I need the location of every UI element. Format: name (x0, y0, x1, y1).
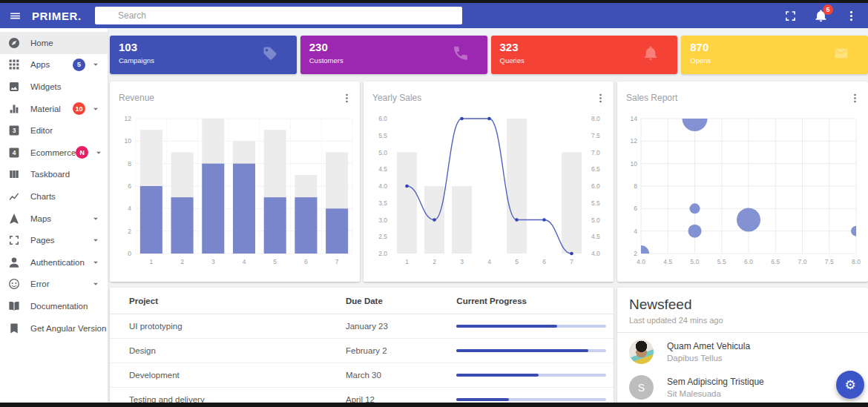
main-layout: HomeApps5WidgetsMaterial103Editor4Ecomme… (0, 28, 868, 407)
main-content: 103Campaigns230Customers323Queries870Ope… (108, 28, 868, 407)
more-options-icon[interactable] (845, 10, 858, 22)
apps-icon (8, 59, 20, 70)
settings-fab[interactable]: ⚙ (836, 371, 864, 399)
pages-icon (8, 234, 20, 246)
hamburger-menu-icon[interactable] (9, 10, 22, 22)
email-icon (834, 46, 849, 64)
newsfeed-item-name: Quam Amet Vehicula (667, 341, 750, 351)
person-icon (8, 257, 20, 268)
sidebar-item-error[interactable]: Error (0, 274, 108, 296)
due-date: February 2 (326, 339, 437, 363)
sidebar-badge: 5 (73, 59, 85, 71)
svg-text:3.5: 3.5 (378, 199, 387, 207)
svg-text:6: 6 (634, 205, 637, 212)
fullscreen-icon[interactable] (784, 10, 797, 22)
svg-text:10: 10 (631, 160, 638, 168)
svg-text:4.0: 4.0 (591, 250, 600, 257)
explore-icon (8, 37, 20, 49)
chevron-down-icon (93, 148, 104, 158)
svg-text:1: 1 (149, 258, 153, 265)
svg-text:5.0: 5.0 (378, 149, 387, 156)
svg-text:1: 1 (405, 258, 409, 265)
chart-plot-yearly-sales: 2.02.53.03.54.04.55.05.56.04.04.55.05.56… (369, 108, 609, 276)
svg-text:3: 3 (13, 127, 16, 134)
sidebar-item-label: Taskboard (30, 170, 70, 179)
search-box[interactable] (95, 7, 462, 24)
notifications-button[interactable]: 5 (815, 10, 827, 22)
stat-cards-row: 103Campaigns230Customers323Queries870Ope… (110, 36, 868, 74)
newsfeed-title: Newsfeed (629, 297, 856, 313)
stat-card-opens[interactable]: 870Opens (681, 36, 868, 74)
bottom-row: ProjectDue DateCurrent Progress UI proto… (110, 288, 868, 407)
svg-text:5.0: 5.0 (691, 258, 700, 265)
top-navbar: PRIMER. 5 (0, 3, 868, 28)
svg-text:4.0: 4.0 (637, 258, 645, 265)
project-name: UI prototyping (110, 314, 326, 339)
chevron-down-icon (91, 59, 101, 70)
avatar-initial: S (638, 382, 645, 394)
svg-text:2: 2 (634, 250, 637, 257)
svg-text:6: 6 (542, 258, 546, 265)
more-options-icon[interactable] (849, 93, 861, 104)
chart-card-yearly-sales: Yearly Sales2.02.53.03.54.04.55.05.56.04… (364, 82, 614, 282)
navbar-left: PRIMER. (0, 10, 91, 22)
sidebar-item-home[interactable]: Home (0, 32, 108, 54)
progress-bar (456, 398, 606, 401)
chevron-down-icon (91, 279, 101, 289)
svg-text:7.5: 7.5 (825, 258, 834, 265)
progress-bar (456, 349, 606, 352)
sidebar-item-label: Widgets (30, 82, 62, 91)
tag-icon (263, 46, 277, 64)
search-input[interactable] (116, 10, 456, 21)
sidebar-item-get-angular-version[interactable]: Get Angular Version (0, 317, 108, 340)
projects-table: ProjectDue DateCurrent Progress UI proto… (110, 288, 614, 407)
sidebar-item-taskboard[interactable]: Taskboard (0, 164, 108, 186)
sidebar-item-authentication[interactable]: Authentication (0, 251, 108, 274)
chevron-down-icon (91, 235, 101, 245)
more-options-icon[interactable] (341, 93, 352, 104)
chevron-down-icon (91, 257, 101, 268)
chart-plot-revenue: 0246810121234567 (116, 108, 355, 276)
stat-card-queries[interactable]: 323Queries (491, 36, 678, 74)
sidebar-item-documentation[interactable]: Documentation (0, 295, 108, 317)
svg-text:4.0: 4.0 (378, 182, 387, 190)
sidebar-item-label: Ecommerce (30, 148, 76, 157)
sidebar-item-ecommerce[interactable]: 4EcommerceN (0, 142, 108, 164)
stat-card-customers[interactable]: 230Customers (300, 36, 487, 74)
book-icon (8, 300, 20, 312)
svg-text:14: 14 (631, 115, 638, 122)
sidebar-item-label: Charts (30, 192, 56, 201)
sidebar-item-charts[interactable]: Charts (0, 185, 108, 208)
svg-text:12: 12 (125, 115, 132, 122)
sidebar-item-widgets[interactable]: Widgets (0, 76, 108, 98)
navigation-icon (8, 213, 20, 225)
svg-text:4.5: 4.5 (663, 258, 672, 265)
equalizer-icon (8, 103, 20, 115)
sidebar-item-pages[interactable]: Pages (0, 229, 108, 251)
sidebar-item-label: Error (30, 279, 50, 288)
sidebar-item-label: Documentation (30, 302, 88, 311)
more-options-icon[interactable] (595, 93, 606, 104)
sidebar-item-editor[interactable]: 3Editor (0, 119, 108, 142)
svg-text:6.0: 6.0 (744, 258, 753, 265)
svg-text:6.0: 6.0 (378, 115, 387, 122)
looks-3-icon: 3 (8, 125, 20, 136)
stat-card-campaigns[interactable]: 103Campaigns (110, 36, 297, 74)
sidebar-item-maps[interactable]: Maps (0, 208, 108, 230)
progress-bar (456, 374, 606, 377)
svg-text:0: 0 (128, 250, 131, 257)
svg-text:6.5: 6.5 (771, 258, 780, 265)
table-header: Due Date (326, 288, 437, 314)
phone-icon (453, 46, 468, 64)
progress-bar-fill (456, 374, 539, 377)
table-row: UI prototypingJanuary 23 (110, 314, 614, 339)
svg-text:8.0: 8.0 (591, 115, 600, 122)
newsfeed-item-detail: Dapibus Tellus (667, 354, 750, 363)
svg-text:5.5: 5.5 (717, 258, 726, 265)
sidebar-item-label: Get Angular Version (30, 324, 106, 333)
sidebar-item-apps[interactable]: Apps5 (0, 54, 108, 76)
newsfeed-header: Newsfeed Last updated 24 mins ago (617, 288, 868, 333)
sidebar-item-material[interactable]: Material10 (0, 98, 108, 120)
notification-badge: 5 (823, 4, 833, 15)
image-icon (8, 81, 20, 93)
